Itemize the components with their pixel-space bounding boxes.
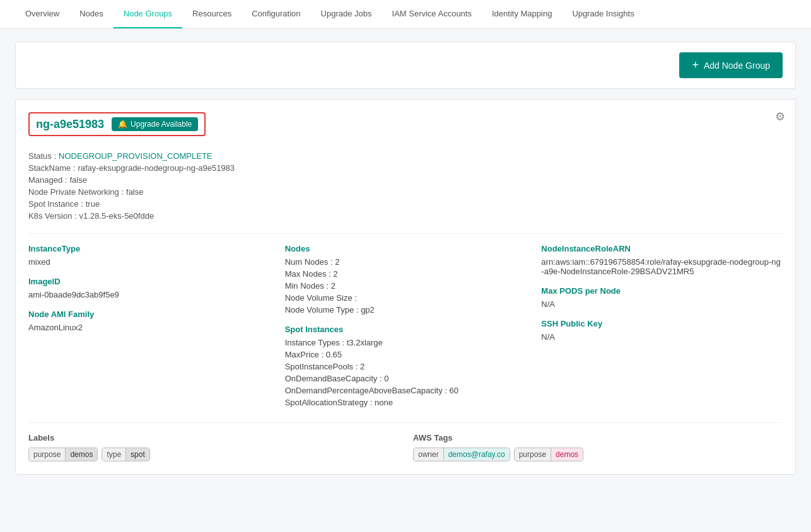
node-ami-family-title: Node AMI Family	[28, 309, 270, 319]
instance-type-title: InstanceType	[28, 244, 270, 253]
gear-button[interactable]: ⚙	[775, 110, 785, 124]
nodes-title: Nodes	[285, 244, 527, 253]
min-nodes-label: Min Nodes :	[285, 281, 329, 291]
tab-upgrade-jobs[interactable]: Upgrade Jobs	[311, 0, 382, 28]
stack-name-label: StackName :	[28, 163, 75, 173]
labels-tags-container: purpose demos type spot	[28, 448, 398, 461]
aws-tag-purpose-val: demos	[551, 448, 583, 461]
spot-allocation-row: SpotAllocationStrategy : none	[285, 398, 527, 407]
on-demand-pct-value: 60	[450, 386, 458, 395]
ssh-public-key-value: N/A	[541, 332, 783, 342]
max-nodes-row: Max Nodes : 2	[285, 269, 527, 279]
label-tag-purpose-key: purpose	[29, 448, 66, 461]
tab-configuration[interactable]: Configuration	[242, 0, 310, 28]
instance-types-row: Instance Types : t3.2xlarge	[285, 338, 527, 347]
aws-tag-owner-val: demos@rafay.co	[444, 448, 510, 461]
label-tag-purpose-val: demos	[66, 448, 97, 461]
spot-instances-title: Spot Instances	[285, 325, 527, 334]
tab-upgrade-insights[interactable]: Upgrade Insights	[562, 0, 644, 28]
label-tag-type-val: spot	[126, 448, 149, 461]
image-id-value: ami-0baade9dc3ab9f5e9	[28, 290, 270, 299]
node-volume-size-row: Node Volume Size :	[285, 293, 527, 303]
status-label: Status :	[28, 151, 56, 161]
status-section: Status : NODEGROUP_PROVISION_COMPLETE St…	[28, 151, 783, 221]
max-pods-value: N/A	[541, 299, 783, 309]
tab-node-groups[interactable]: Node Groups	[114, 0, 182, 28]
aws-tag-owner: owner demos@rafay.co	[413, 448, 510, 461]
status-value: NODEGROUP_PROVISION_COMPLETE	[59, 151, 212, 161]
label-tag-type-key: type	[102, 448, 126, 461]
on-demand-pct-row: OnDemandPercentageAboveBaseCapacity : 60	[285, 386, 527, 395]
spot-instance-pools-value: 2	[360, 362, 365, 371]
image-id-title: ImageID	[28, 277, 270, 286]
gear-icon: ⚙	[775, 110, 785, 123]
node-private-networking-value: false	[126, 187, 143, 197]
instance-type-value: mixed	[28, 257, 270, 267]
aws-tags-container: owner demos@rafay.co purpose demos	[413, 448, 783, 461]
main-content: + Add Node Group ⚙ ng-a9e51983 🔔 Upgrade…	[0, 29, 811, 487]
node-group-header: ng-a9e51983 🔔 Upgrade Available	[28, 112, 206, 136]
node-instance-role-arn-value: arn:aws:iam::679196758854:role/rafay-eks…	[541, 257, 783, 276]
label-tag-type: type spot	[102, 448, 149, 461]
stack-name-value: rafay-eksupgrade-nodegroup-ng-a9e51983	[78, 163, 235, 173]
max-nodes-label: Max Nodes :	[285, 269, 331, 279]
instance-types-value: t3.2xlarge	[347, 338, 383, 347]
node-volume-type-value: gp2	[361, 305, 375, 315]
toolbar-card: + Add Node Group	[15, 42, 796, 89]
k8s-version-label: K8s Version :	[28, 211, 77, 221]
on-demand-base-row: OnDemandBaseCapacity : 0	[285, 374, 527, 383]
on-demand-pct-label: OnDemandPercentageAboveBaseCapacity :	[285, 386, 447, 395]
ssh-public-key-title: SSH Public Key	[541, 319, 783, 328]
node-instance-role-arn-title: NodeInstanceRoleARN	[541, 244, 783, 253]
aws-tag-owner-key: owner	[414, 448, 444, 461]
node-group-card: ⚙ ng-a9e51983 🔔 Upgrade Available Status…	[15, 99, 796, 475]
bell-icon: 🔔	[118, 120, 127, 129]
add-button-label: Add Node Group	[704, 61, 770, 71]
page-wrapper: Overview Nodes Node Groups Resources Con…	[0, 0, 811, 532]
node-volume-type-row: Node Volume Type : gp2	[285, 305, 527, 315]
aws-tag-purpose-key: purpose	[515, 448, 551, 461]
spot-allocation-label: SpotAllocationStrategy :	[285, 398, 373, 407]
max-nodes-value: 2	[333, 269, 337, 279]
managed-value: false	[69, 175, 86, 185]
right-column: NodeInstanceRoleARN arn:aws:iam::6791967…	[541, 244, 783, 410]
nav-tabs: Overview Nodes Node Groups Resources Con…	[0, 0, 811, 29]
node-private-networking-row: Node Private Networking : false	[28, 187, 783, 197]
spot-instance-pools-label: SpotInstancePools :	[285, 362, 358, 371]
aws-tags-title: AWS Tags	[413, 433, 783, 442]
spot-instance-row: Spot Instance : true	[28, 199, 783, 209]
aws-tags-section: AWS Tags owner demos@rafay.co purpose de…	[413, 433, 783, 461]
max-pods-title: Max PODS per Node	[541, 286, 783, 296]
plus-icon: +	[692, 59, 699, 72]
tab-resources[interactable]: Resources	[182, 0, 242, 28]
instance-types-label: Instance Types :	[285, 338, 344, 347]
k8s-version-value: v1.28.5-eks-5e0fdde	[79, 211, 155, 221]
num-nodes-row: Num Nodes : 2	[285, 257, 527, 267]
tab-identity-mapping[interactable]: Identity Mapping	[482, 0, 562, 28]
max-price-row: MaxPrice : 0.65	[285, 350, 527, 359]
upgrade-badge-label: Upgrade Available	[131, 120, 192, 129]
label-tag-purpose: purpose demos	[28, 448, 98, 461]
max-price-label: MaxPrice :	[285, 350, 324, 359]
divider	[28, 233, 783, 234]
tab-overview[interactable]: Overview	[15, 0, 69, 28]
add-node-group-button[interactable]: + Add Node Group	[679, 52, 783, 78]
on-demand-base-value: 0	[384, 374, 388, 383]
tab-iam-service-accounts[interactable]: IAM Service Accounts	[382, 0, 482, 28]
managed-label: Managed :	[28, 175, 67, 185]
num-nodes-value: 2	[335, 257, 339, 267]
spot-allocation-value: none	[375, 398, 393, 407]
labels-title: Labels	[28, 433, 398, 442]
node-volume-type-label: Node Volume Type :	[285, 305, 359, 315]
node-volume-size-label: Node Volume Size :	[285, 293, 357, 303]
on-demand-base-label: OnDemandBaseCapacity :	[285, 374, 382, 383]
upgrade-badge: 🔔 Upgrade Available	[112, 117, 198, 131]
node-ami-family-value: AmazonLinux2	[28, 323, 270, 332]
tab-nodes[interactable]: Nodes	[69, 0, 114, 28]
aws-tag-purpose: purpose demos	[514, 448, 583, 461]
middle-column: Nodes Num Nodes : 2 Max Nodes : 2 Min No…	[285, 244, 527, 410]
left-column: InstanceType mixed ImageID ami-0baade9dc…	[28, 244, 270, 410]
max-price-value: 0.65	[326, 350, 342, 359]
stack-name-row: StackName : rafay-eksupgrade-nodegroup-n…	[28, 163, 783, 173]
num-nodes-label: Num Nodes :	[285, 257, 333, 267]
